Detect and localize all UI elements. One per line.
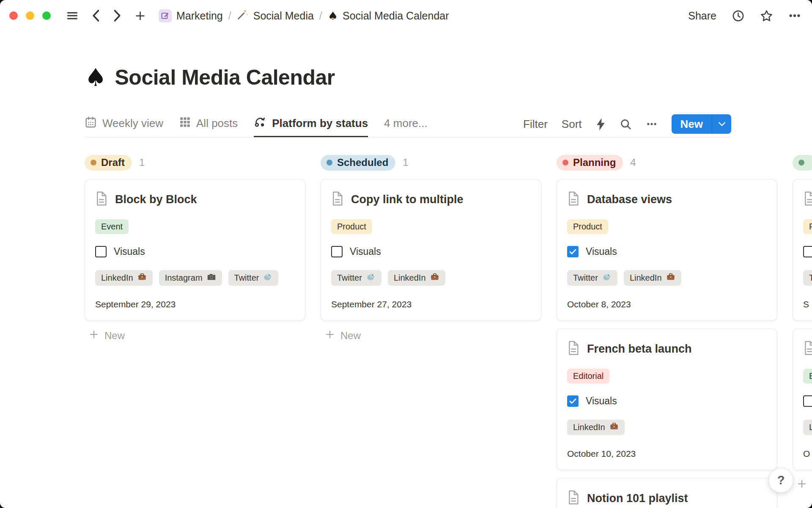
briefcase-icon	[430, 272, 439, 284]
status-dot	[326, 160, 332, 166]
status-pill-scheduled[interactable]: Scheduled	[321, 155, 395, 171]
share-button[interactable]: Share	[688, 10, 716, 22]
new-button[interactable]: New	[672, 114, 712, 134]
updates-clock-icon[interactable]	[732, 9, 745, 22]
filter-button[interactable]: Filter	[523, 118, 548, 131]
tab-all-posts[interactable]: All posts	[179, 111, 238, 137]
magic-wand-icon	[237, 8, 249, 23]
grid-icon	[179, 116, 191, 131]
visuals-checkbox[interactable]	[331, 246, 343, 257]
card-title: Copy link to multiple	[351, 193, 464, 206]
card-title: Block by Block	[115, 193, 197, 206]
view-options-ellipsis-icon[interactable]	[646, 118, 658, 130]
sidebar-menu-icon[interactable]	[66, 9, 79, 22]
card-date: October 8, 2023	[567, 299, 767, 309]
category-tag: P	[803, 219, 812, 234]
forward-button[interactable]	[113, 9, 122, 22]
kanban-board: Draft 1 Block by Block Event Visuals Lin	[85, 155, 812, 508]
tab-platform-by-status[interactable]: Platform by status	[254, 111, 368, 137]
status-label: Draft	[101, 157, 125, 168]
compose-icon	[159, 9, 172, 22]
breadcrumb-separator: /	[228, 10, 231, 22]
checkbox-label: Visuals	[586, 246, 617, 257]
card-partial[interactable]: P T S	[793, 179, 812, 321]
automations-bolt-icon[interactable]	[596, 118, 606, 130]
platform-tag-instagram: Instagram	[159, 270, 222, 286]
tab-label: All posts	[196, 117, 238, 130]
tab-label: 4 more...	[384, 117, 428, 130]
page-icon	[567, 490, 580, 506]
status-pill-draft[interactable]: Draft	[85, 155, 132, 171]
card-title: Database views	[587, 193, 672, 206]
category-tag: Product	[567, 219, 608, 234]
board-column-scheduled: Scheduled 1 Copy link to multiple Produc…	[321, 155, 541, 342]
window-controls	[9, 11, 51, 20]
status-dot	[562, 160, 568, 166]
card-block-by-block[interactable]: Block by Block Event Visuals LinkedIn In…	[85, 179, 305, 321]
briefcase-icon	[666, 272, 675, 284]
breadcrumb-label: Social Media	[253, 10, 314, 22]
category-tag: Event	[95, 219, 129, 234]
favorite-star-icon[interactable]	[760, 9, 773, 22]
platform-tag-linkedin: LinkedIn	[567, 420, 625, 435]
notion-window: Marketing / Social Media / ♠ Social Medi…	[0, 0, 812, 508]
breadcrumb-item-social-media-calendar[interactable]: ♠ Social Media Calendar	[328, 9, 449, 22]
page-icon	[567, 191, 580, 207]
briefcase-icon	[609, 422, 619, 433]
view-tabs-row: Weekly view All posts Platform by status…	[85, 111, 731, 138]
more-options-icon[interactable]	[788, 9, 801, 22]
tab-more-views[interactable]: 4 more...	[384, 111, 428, 137]
plus-icon	[797, 479, 807, 491]
search-icon[interactable]	[620, 118, 632, 130]
category-tag: Product	[331, 219, 372, 234]
platform-tag-twitter: Twitter	[228, 270, 279, 286]
platform-tag-linkedin: LinkedIn	[624, 270, 681, 286]
new-button-dropdown[interactable]	[712, 114, 731, 134]
add-card-button[interactable]: New	[321, 329, 541, 342]
visuals-checkbox-checked[interactable]	[567, 246, 579, 257]
card-partial[interactable]: E L O	[793, 329, 812, 470]
close-window-button[interactable]	[9, 11, 18, 20]
visuals-checkbox[interactable]	[803, 246, 812, 257]
status-pill-partial[interactable]	[793, 155, 812, 171]
status-board-icon	[254, 116, 266, 131]
tab-weekly-view[interactable]: Weekly view	[85, 111, 163, 137]
card-date: O	[803, 449, 812, 459]
visuals-checkbox[interactable]	[95, 246, 107, 257]
card-database-views[interactable]: Database views Product Visuals Twitter L…	[557, 179, 777, 321]
card-french-beta-launch[interactable]: French beta launch Editorial Visuals Lin…	[557, 329, 777, 470]
zoom-window-button[interactable]	[42, 11, 51, 20]
plus-icon	[325, 329, 335, 342]
page-emoji-spade-icon[interactable]: ♠	[85, 65, 107, 90]
calendar-icon	[85, 116, 97, 131]
camera-icon	[207, 272, 216, 284]
sort-button[interactable]: Sort	[562, 118, 582, 131]
card-notion-101-playlist[interactable]: Notion 101 playlist Education	[557, 478, 777, 508]
category-tag: Editorial	[567, 369, 609, 384]
status-dot	[91, 160, 96, 166]
card-copy-link-to-multiple[interactable]: Copy link to multiple Product Visuals Tw…	[321, 179, 541, 321]
status-pill-planning[interactable]: Planning	[557, 155, 623, 171]
breadcrumb-separator: /	[319, 10, 322, 22]
add-card-label: New	[340, 330, 361, 342]
breadcrumb-item-marketing[interactable]: Marketing	[159, 9, 223, 22]
platform-tag-linkedin: LinkedIn	[388, 270, 445, 286]
add-card-button[interactable]: New	[793, 479, 812, 491]
visuals-checkbox-checked[interactable]	[567, 395, 579, 407]
visuals-checkbox[interactable]	[803, 395, 812, 407]
add-card-button[interactable]: New	[85, 329, 305, 342]
page-title[interactable]: ♠ Social Media Calendar	[85, 64, 731, 91]
help-button[interactable]: ?	[768, 468, 793, 493]
platform-tag: T	[803, 270, 812, 286]
back-button[interactable]	[91, 9, 100, 22]
breadcrumb-item-social-media[interactable]: Social Media	[237, 8, 314, 23]
page-icon	[803, 191, 812, 207]
card-title: French beta launch	[587, 342, 692, 356]
new-button-group: New	[672, 114, 731, 134]
card-date: October 10, 2023	[567, 449, 767, 459]
minimize-window-button[interactable]	[26, 11, 34, 20]
topbar: Marketing / Social Media / ♠ Social Medi…	[0, 0, 812, 31]
new-page-icon[interactable]	[134, 10, 146, 22]
add-card-label: New	[104, 330, 125, 342]
checkbox-label: Visuals	[586, 395, 617, 407]
